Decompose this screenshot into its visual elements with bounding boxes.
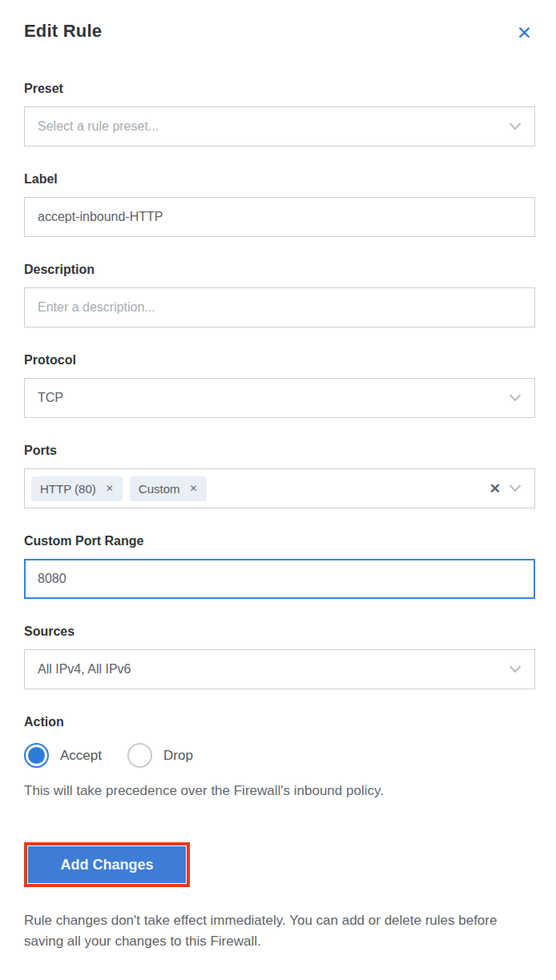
- sources-field: Sources All IPv4, All IPv6: [24, 625, 535, 689]
- preset-field: Preset Select a rule preset...: [24, 82, 535, 147]
- chevron-down-icon: [509, 484, 522, 492]
- panel-header: Edit Rule ✕: [24, 21, 535, 44]
- protocol-select[interactable]: TCP: [24, 378, 535, 418]
- sources-value: All IPv4, All IPv6: [38, 662, 131, 677]
- port-chip: Custom ✕: [130, 476, 207, 501]
- chip-remove-icon[interactable]: ✕: [106, 484, 114, 493]
- radio-selected-icon: [24, 743, 49, 768]
- action-label: Action: [24, 715, 535, 729]
- ports-chips: HTTP (80) ✕ Custom ✕: [31, 476, 490, 501]
- ports-label: Ports: [24, 444, 535, 458]
- chevron-down-icon: [509, 394, 522, 402]
- close-icon: ✕: [517, 22, 532, 43]
- preset-placeholder: Select a rule preset...: [38, 119, 159, 134]
- chevron-down-icon: [509, 665, 522, 673]
- ports-field: Ports HTTP (80) ✕ Custom ✕ ✕: [24, 444, 535, 508]
- page-title: Edit Rule: [24, 21, 102, 42]
- port-chip-label: Custom: [139, 482, 180, 496]
- custom-port-range-label: Custom Port Range: [24, 534, 535, 548]
- preset-select[interactable]: Select a rule preset...: [24, 106, 535, 147]
- ports-multiselect[interactable]: HTTP (80) ✕ Custom ✕ ✕: [24, 468, 535, 508]
- radio-drop[interactable]: Drop: [127, 743, 193, 768]
- protocol-field: Protocol TCP: [24, 353, 535, 418]
- label-label: Label: [24, 172, 535, 187]
- chevron-down-icon: [509, 122, 522, 131]
- description-field: Description: [24, 263, 535, 327]
- radio-accept-label: Accept: [60, 748, 102, 764]
- action-field: Action Accept Drop This will take preced…: [24, 715, 535, 799]
- action-helper-text: This will take precedence over the Firew…: [24, 783, 535, 799]
- annotation-highlight: Add Changes: [24, 842, 190, 887]
- sources-label: Sources: [24, 625, 535, 639]
- protocol-value: TCP: [38, 391, 63, 405]
- port-chip-label: HTTP (80): [40, 482, 96, 496]
- port-chip: HTTP (80) ✕: [31, 476, 123, 501]
- radio-drop-label: Drop: [163, 748, 193, 764]
- edit-rule-panel: Edit Rule ✕ Preset Select a rule preset.…: [0, 0, 556, 951]
- description-label: Description: [24, 263, 535, 277]
- sources-select[interactable]: All IPv4, All IPv6: [24, 649, 535, 689]
- custom-port-range-field: Custom Port Range: [24, 534, 535, 599]
- radio-dot: [28, 747, 45, 764]
- add-changes-button[interactable]: Add Changes: [28, 846, 186, 883]
- action-radio-group: Accept Drop: [24, 743, 535, 768]
- custom-port-range-input[interactable]: [24, 559, 535, 599]
- protocol-label: Protocol: [24, 353, 535, 368]
- ports-controls: ✕: [490, 480, 522, 497]
- label-field: Label: [24, 172, 535, 237]
- radio-unselected-icon: [127, 743, 152, 768]
- chip-remove-icon[interactable]: ✕: [189, 484, 197, 493]
- clear-all-icon[interactable]: ✕: [490, 480, 501, 497]
- label-input[interactable]: [24, 197, 535, 237]
- preset-label: Preset: [24, 82, 535, 96]
- description-input[interactable]: [24, 287, 535, 327]
- footer-note: Rule changes don't take effect immediate…: [24, 910, 535, 951]
- close-button[interactable]: ✕: [514, 22, 535, 44]
- radio-accept[interactable]: Accept: [24, 743, 102, 768]
